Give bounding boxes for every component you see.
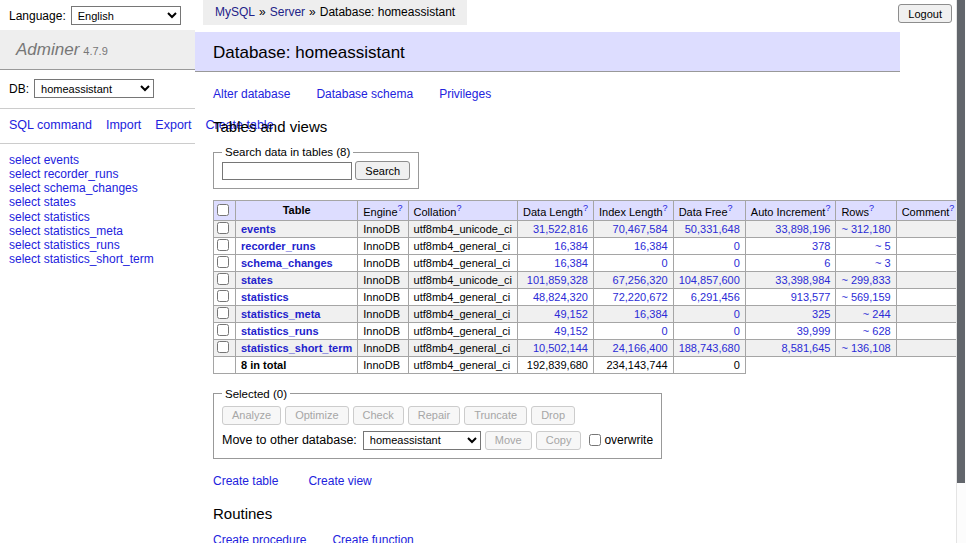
column-help-link[interactable]: ?: [456, 203, 461, 213]
vertical-scrollbar[interactable]: [956, 0, 966, 543]
column-help-link[interactable]: ?: [663, 203, 668, 213]
table-name-link[interactable]: statistics_meta: [241, 308, 321, 320]
index-length-link[interactable]: 16,384: [634, 308, 668, 320]
index-length-link[interactable]: 0: [662, 257, 668, 269]
search-input[interactable]: [222, 162, 352, 180]
rows-count-link[interactable]: ~ 299,833: [841, 274, 890, 286]
column-help-link[interactable]: ?: [398, 203, 403, 213]
logout-button[interactable]: Logout: [898, 4, 952, 23]
sidebar-table-link[interactable]: select statistics_short_term: [9, 252, 154, 266]
sidebar-table-link[interactable]: select statistics: [9, 210, 90, 224]
row-checkbox[interactable]: [217, 222, 229, 234]
table-name-link[interactable]: statistics_short_term: [241, 342, 352, 354]
column-help-link[interactable]: ?: [869, 203, 874, 213]
auto-increment-link[interactable]: 8,581,645: [781, 342, 830, 354]
data-length-link[interactable]: 49,152: [554, 325, 588, 337]
optimize-button[interactable]: Optimize: [285, 406, 348, 425]
auto-increment-link[interactable]: 325: [812, 308, 830, 320]
move-button[interactable]: Move: [485, 431, 532, 450]
auto-increment-link[interactable]: 378: [812, 240, 830, 252]
sql-command-link[interactable]: SQL command: [9, 118, 92, 132]
data-length-link[interactable]: 49,152: [554, 308, 588, 320]
index-length-link[interactable]: 24,166,400: [613, 342, 668, 354]
data-length-link[interactable]: 31,522,816: [533, 223, 588, 235]
move-db-select[interactable]: homeassistant: [363, 431, 481, 450]
index-length-link[interactable]: 0: [662, 325, 668, 337]
index-length-link[interactable]: 70,467,584: [613, 223, 668, 235]
auto-increment-link[interactable]: 33,898,196: [775, 223, 830, 235]
data-free-link[interactable]: 0: [734, 325, 740, 337]
overwrite-checkbox[interactable]: [589, 434, 601, 446]
create-function-link[interactable]: Create function: [332, 533, 413, 543]
breadcrumb-mysql-link[interactable]: MySQL: [215, 5, 255, 19]
truncate-button[interactable]: Truncate: [464, 406, 527, 425]
scrollbar-thumb[interactable]: [957, 0, 965, 483]
data-free-link[interactable]: 0: [734, 240, 740, 252]
drop-button[interactable]: Drop: [531, 406, 575, 425]
index-length-link[interactable]: 67,256,320: [613, 274, 668, 286]
auto-increment-link[interactable]: 39,999: [797, 325, 831, 337]
rows-count-link[interactable]: ~ 312,180: [841, 223, 890, 235]
data-free-link[interactable]: 0: [734, 257, 740, 269]
column-help-link[interactable]: ?: [583, 203, 588, 213]
sidebar-table-link[interactable]: select recorder_runs: [9, 167, 118, 181]
data-length-link[interactable]: 48,824,320: [533, 291, 588, 303]
row-checkbox[interactable]: [217, 307, 229, 319]
auto-increment-link[interactable]: 913,577: [791, 291, 831, 303]
copy-button[interactable]: Copy: [536, 431, 582, 450]
rows-count-link[interactable]: ~ 136,108: [841, 342, 890, 354]
auto-increment-link[interactable]: 6: [824, 257, 830, 269]
data-free-link[interactable]: 6,291,456: [691, 291, 740, 303]
sidebar-table-link[interactable]: select schema_changes: [9, 181, 138, 195]
data-length-link[interactable]: 16,384: [554, 257, 588, 269]
db-select[interactable]: homeassistant: [34, 79, 154, 98]
check-button[interactable]: Check: [353, 406, 404, 425]
analyze-button[interactable]: Analyze: [222, 406, 281, 425]
index-length-link[interactable]: 72,220,672: [613, 291, 668, 303]
row-checkbox[interactable]: [217, 290, 229, 302]
import-link[interactable]: Import: [106, 118, 141, 132]
table-name-link[interactable]: recorder_runs: [241, 240, 316, 252]
table-name-link[interactable]: statistics: [241, 291, 289, 303]
sidebar-table-link[interactable]: select statistics_meta: [9, 224, 123, 238]
table-name-link[interactable]: events: [241, 223, 276, 235]
column-help-link[interactable]: ?: [825, 203, 830, 213]
data-length-link[interactable]: 101,859,328: [527, 274, 588, 286]
row-checkbox[interactable]: [217, 273, 229, 285]
rows-count-link[interactable]: ~ 569,159: [841, 291, 890, 303]
column-help-link[interactable]: ?: [949, 203, 954, 213]
language-select[interactable]: English: [71, 6, 181, 25]
sidebar-table-link[interactable]: select events: [9, 153, 79, 167]
sidebar-table-link[interactable]: select states: [9, 195, 76, 209]
sidebar-table-link[interactable]: select statistics_runs: [9, 238, 120, 252]
alter-database-link[interactable]: Alter database: [213, 87, 290, 101]
table-name-link[interactable]: states: [241, 274, 273, 286]
rows-count-link[interactable]: ~ 3: [875, 257, 891, 269]
row-checkbox[interactable]: [217, 341, 229, 353]
data-free-link[interactable]: 0: [734, 308, 740, 320]
table-name-link[interactable]: schema_changes: [241, 257, 333, 269]
index-length-link[interactable]: 16,384: [634, 240, 668, 252]
export-link[interactable]: Export: [155, 118, 191, 132]
auto-increment-link[interactable]: 33,398,984: [775, 274, 830, 286]
data-free-link[interactable]: 188,743,680: [679, 342, 740, 354]
table-name-link[interactable]: statistics_runs: [241, 325, 319, 337]
privileges-link[interactable]: Privileges: [439, 87, 491, 101]
data-free-link[interactable]: 104,857,600: [679, 274, 740, 286]
repair-button[interactable]: Repair: [408, 406, 460, 425]
create-table-link[interactable]: Create table: [213, 474, 278, 488]
row-checkbox[interactable]: [217, 239, 229, 251]
create-view-link[interactable]: Create view: [308, 474, 371, 488]
data-free-link[interactable]: 50,331,648: [685, 223, 740, 235]
rows-count-link[interactable]: ~ 244: [863, 308, 891, 320]
rows-count-link[interactable]: ~ 5: [875, 240, 891, 252]
rows-count-link[interactable]: ~ 628: [863, 325, 891, 337]
data-length-link[interactable]: 10,502,144: [533, 342, 588, 354]
breadcrumb-server-link[interactable]: Server: [270, 5, 305, 19]
create-procedure-link[interactable]: Create procedure: [213, 533, 306, 543]
data-length-link[interactable]: 16,384: [554, 240, 588, 252]
search-button[interactable]: Search: [355, 161, 410, 180]
database-schema-link[interactable]: Database schema: [316, 87, 413, 101]
row-checkbox[interactable]: [217, 256, 229, 268]
row-checkbox[interactable]: [217, 324, 229, 336]
